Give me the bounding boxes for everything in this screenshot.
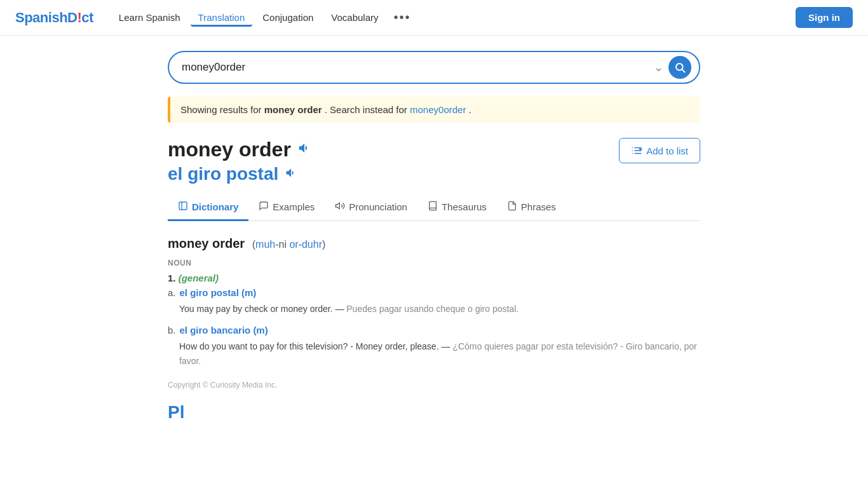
part-of-speech: NOUN — [168, 259, 700, 268]
svg-line-1 — [682, 69, 684, 72]
pron-syllable-3: duhr — [302, 239, 322, 250]
sense-label: (general) — [179, 273, 219, 283]
sense-letter-a: a. el giro postal (m) — [168, 287, 700, 298]
main-content: ⌄ Showing results for money order . Sear… — [158, 36, 710, 438]
nav-translation[interactable]: Translation — [191, 8, 253, 27]
pronunciation-text: (muh-ni or-duhr) — [252, 239, 326, 250]
word-spanish-text: el giro postal — [168, 164, 278, 184]
word-english-text: money order — [168, 138, 291, 161]
search-icon — [674, 62, 686, 73]
tab-thesaurus-label: Thesaurus — [442, 201, 487, 212]
sense-letter-b: b. el giro bancario (m) — [168, 325, 700, 336]
svg-marker-12 — [336, 203, 340, 208]
sign-in-button[interactable]: Sign in — [796, 7, 853, 28]
tab-phrases[interactable]: Phrases — [497, 194, 566, 221]
alert-alternate-link[interactable]: money0order — [410, 104, 466, 115]
tab-examples[interactable]: Examples — [248, 194, 325, 221]
tab-phrases-label: Phrases — [521, 201, 556, 212]
nav-conjugation[interactable]: Conjugation — [255, 8, 321, 27]
pron-syllable-2: or — [289, 239, 298, 250]
site-logo[interactable]: SpanishD!ct — [15, 10, 93, 26]
tab-dictionary[interactable]: Dictionary — [168, 194, 248, 221]
chevron-down-icon[interactable]: ⌄ — [654, 60, 663, 74]
search-container: ⌄ — [168, 51, 700, 84]
copyright-text: Copyright © Curiosity Media Inc. — [168, 381, 700, 390]
nav-links: Learn Spanish Translation Conjugation Vo… — [111, 8, 796, 27]
tab-thesaurus[interactable]: Thesaurus — [417, 194, 497, 221]
definition-b: b. el giro bancario (m) How do you want … — [168, 325, 700, 368]
word-english: money order — [168, 138, 311, 161]
example-en-a: You may pay by check or money order. — [179, 304, 333, 314]
search-button[interactable] — [668, 56, 691, 79]
word-spanish: el giro postal — [168, 164, 311, 184]
nav-learn-spanish[interactable]: Learn Spanish — [111, 8, 188, 27]
audio-en-icon[interactable] — [297, 141, 311, 158]
audio-es-icon[interactable] — [285, 166, 297, 182]
tab-examples-icon — [259, 201, 269, 213]
dict-headword: money order (muh-ni or-duhr) — [168, 236, 700, 251]
alert-banner: Showing results for money order . Search… — [168, 97, 700, 123]
example-en-b: How do you want to pay for this televisi… — [179, 341, 439, 351]
sense-number: 1. (general) — [168, 273, 700, 283]
letter-a: a. — [168, 287, 176, 298]
word-entry: money order el giro postal — [168, 138, 700, 184]
list-add-icon — [631, 145, 642, 156]
tab-pronunciation-label: Pronunciation — [349, 201, 407, 212]
add-to-list-button[interactable]: Add to list — [619, 138, 700, 163]
pron-syllable-1: muh — [255, 239, 275, 250]
tab-pronunciation-icon — [335, 201, 345, 213]
example-sentence-b: How do you want to pay for this televisi… — [179, 339, 700, 368]
example-dash-b: — — [441, 341, 452, 351]
tab-dictionary-label: Dictionary — [192, 201, 238, 212]
tab-thesaurus-icon — [428, 201, 438, 213]
alert-prefix: Showing results for — [180, 104, 262, 115]
pron-connector-1: -ni — [275, 239, 289, 250]
tab-examples-label: Examples — [273, 201, 315, 212]
alert-middle: . Search instead for — [325, 104, 407, 115]
translation-a[interactable]: el giro postal (m) — [180, 287, 257, 298]
example-sentence-a: You may pay by check or money order. — P… — [179, 302, 700, 316]
nav-more-icon[interactable]: ••• — [389, 8, 416, 27]
bottom-section-label: Pl — [168, 402, 700, 423]
word-title-block: money order el giro postal — [168, 138, 311, 184]
tab-phrases-icon — [507, 201, 517, 213]
dict-headword-text: money order — [168, 236, 245, 250]
logo-text-main: SpanishD — [15, 10, 77, 25]
tab-dictionary-icon — [178, 201, 188, 213]
example-dash-a: — — [335, 304, 346, 314]
definition-a: a. el giro postal (m) You may pay by che… — [168, 287, 700, 316]
alert-corrected-word: money order — [264, 104, 322, 115]
nav-vocabulary[interactable]: Vocabulary — [323, 8, 386, 27]
logo-text-ct: ct — [81, 10, 93, 25]
tab-pronunciation[interactable]: Pronunciation — [325, 194, 417, 221]
dictionary-content: money order (muh-ni or-duhr) NOUN 1. (ge… — [168, 236, 700, 423]
translation-b[interactable]: el giro bancario (m) — [180, 325, 268, 336]
search-input[interactable] — [182, 61, 654, 74]
example-es-a: Puedes pagar usando cheque o giro postal… — [346, 304, 519, 314]
navbar: SpanishD!ct Learn Spanish Translation Co… — [0, 0, 868, 36]
alert-suffix: . — [469, 104, 471, 115]
add-to-list-label: Add to list — [646, 146, 688, 156]
tabs-bar: Dictionary Examples Pronunciation Thesau… — [168, 194, 700, 221]
svg-rect-10 — [179, 202, 187, 210]
letter-b: b. — [168, 325, 176, 336]
